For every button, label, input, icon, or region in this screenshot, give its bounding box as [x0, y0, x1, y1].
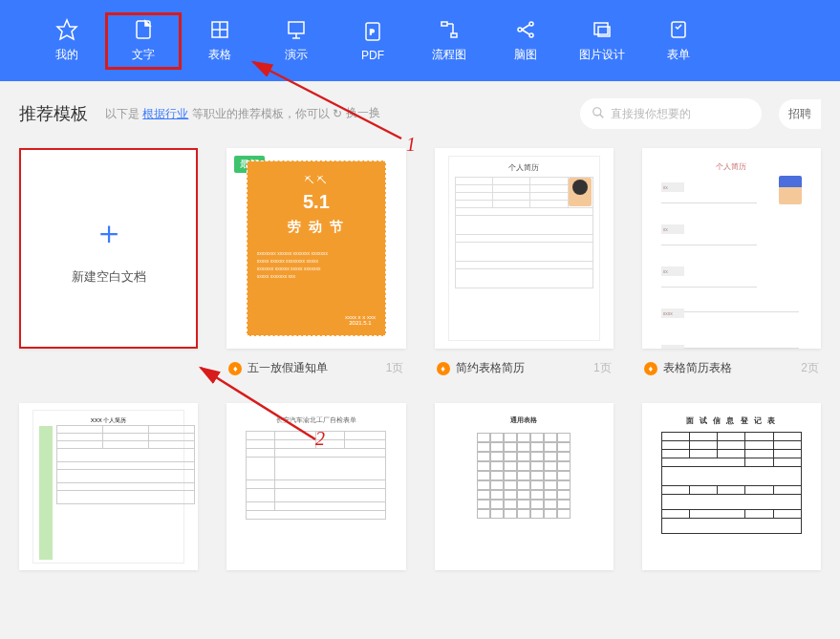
card-general-table[interactable]: 通用表格 [435, 403, 614, 570]
flowchart-icon [437, 18, 462, 41]
tab-design[interactable]: 图片设计 [564, 12, 640, 70]
tab-mine[interactable]: 我的 [29, 12, 105, 70]
card-interview-form[interactable]: 面 试 信 息 登 记 表 [642, 403, 821, 570]
tab-form[interactable]: 表单 [640, 12, 717, 70]
card-check-form[interactable]: 长安汽车渝北工厂自检表单 [226, 403, 405, 570]
page-title: 推荐模板 [19, 102, 88, 125]
svg-line-15 [522, 30, 529, 34]
card-resume-green[interactable]: XXX 个人简历 [19, 403, 198, 570]
fire-icon: ♦ [644, 362, 657, 375]
tab-text[interactable]: 文字 [105, 12, 182, 70]
svg-rect-18 [672, 22, 685, 37]
svg-rect-10 [451, 33, 457, 37]
card-new-blank[interactable]: ＋ 新建空白文档 [19, 148, 198, 376]
industry-link[interactable]: 根据行业 [142, 107, 188, 120]
refresh-link[interactable]: ↻ 换一换 [333, 105, 380, 121]
mindmap-icon [513, 18, 538, 41]
right-pill-button[interactable]: 招聘 [779, 99, 821, 129]
svg-point-11 [518, 28, 522, 32]
svg-line-20 [600, 114, 604, 117]
tab-pdf[interactable]: P PDF [334, 12, 411, 70]
tab-slides[interactable]: 演示 [258, 12, 334, 70]
image-design-icon [590, 18, 614, 41]
svg-point-12 [529, 22, 533, 26]
blank-label: 新建空白文档 [72, 268, 146, 286]
subtitle: 以下是 根据行业 等职业的推荐模板，你可以 ↻ 换一换 [105, 105, 380, 122]
svg-rect-5 [289, 22, 304, 33]
fire-icon: ♦ [228, 362, 242, 375]
svg-rect-9 [442, 22, 447, 26]
presentation-icon [284, 18, 309, 41]
svg-line-14 [522, 25, 529, 30]
svg-marker-0 [57, 20, 76, 39]
refresh-icon: ↻ [333, 107, 342, 120]
main-content: 推荐模板 以下是 根据行业 等职业的推荐模板，你可以 ↻ 换一换 直接搜你想要的… [0, 81, 840, 587]
template-grid: ＋ 新建空白文档 最新 ⛏ ⛏ 5.1 劳 动 节 xxxxxxxx xxxxx… [19, 148, 821, 570]
top-navbar: 我的 文字 表格 演示 P PDF 流程图 脑图 图片设计 表单 [0, 0, 840, 81]
plus-icon: ＋ [93, 211, 125, 255]
tab-flow[interactable]: 流程图 [411, 12, 487, 70]
search-icon [592, 106, 605, 122]
card-holiday-notice[interactable]: 最新 ⛏ ⛏ 5.1 劳 动 节 xxxxxxxx xxxxxx xxxxxxx… [226, 148, 405, 376]
svg-text:P: P [370, 29, 375, 35]
svg-point-19 [593, 107, 601, 115]
grid-icon [207, 18, 232, 41]
form-icon [666, 18, 691, 41]
star-icon [54, 18, 79, 41]
tab-sheet[interactable]: 表格 [182, 12, 258, 70]
svg-point-13 [529, 33, 533, 37]
document-icon [131, 18, 156, 41]
pdf-icon: P [360, 20, 385, 43]
search-input[interactable]: 直接搜你想要的 [580, 98, 762, 129]
fire-icon: ♦ [437, 362, 450, 375]
card-resume-simple[interactable]: 个人简历 ♦ 简约表格简历 1页 [435, 148, 614, 376]
svg-rect-16 [594, 23, 608, 34]
header-row: 推荐模板 以下是 根据行业 等职业的推荐模板，你可以 ↻ 换一换 直接搜你想要的… [19, 98, 821, 129]
card-resume-table[interactable]: 个人简历 xxxxxx xxxx xxxx xxxx ♦ 表格简历表格 2页 [642, 148, 821, 376]
tab-mind[interactable]: 脑图 [487, 12, 564, 70]
